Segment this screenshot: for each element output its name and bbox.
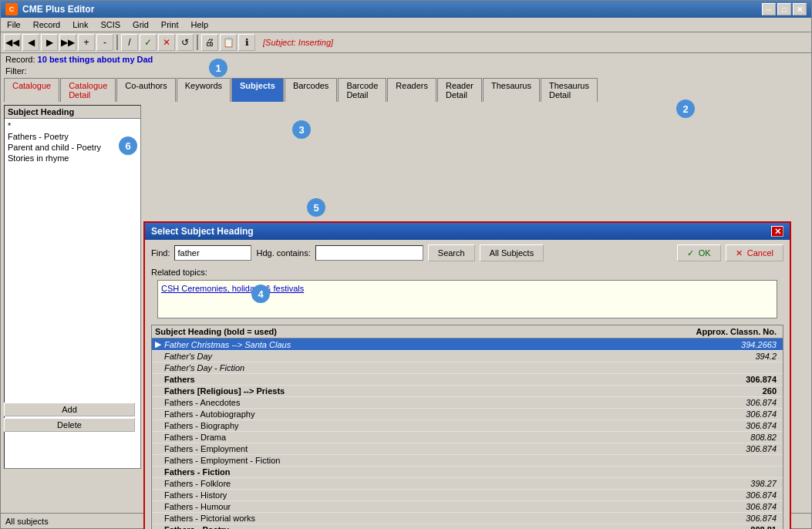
tab-keywords[interactable]: Keywords [177,78,231,102]
table-row[interactable]: ▶Father Christmas --> Santa Claus394.266… [152,339,783,351]
table-row[interactable]: Fathers - Biography306.874 [152,420,783,432]
row-indicator: ▶ [155,339,164,349]
menu-print[interactable]: Print [158,19,182,30]
maximize-button[interactable]: □ [777,3,791,15]
refresh-button[interactable]: ↺ [177,34,194,51]
subject-add-button[interactable]: Add [4,403,135,416]
menu-record[interactable]: Record [30,19,63,30]
table-row[interactable]: Fathers - Autobiography306.874 [152,409,783,420]
tab-reader-detail[interactable]: ReaderDetail [437,78,482,102]
row-subject: Father's Day - Fiction [164,363,687,372]
last-record-button[interactable]: ▶▶ [59,34,76,51]
row-subject: Fathers - Anecdotes [164,398,687,407]
search-button[interactable]: Search [428,244,475,261]
tab-readers[interactable]: Readers [387,78,436,102]
table-row[interactable]: Fathers - Poetry808.81 [152,524,783,529]
row-subject: Fathers - Employment - Fiction [164,456,687,465]
balloon-5: 5 [307,198,325,217]
tab-coauthors[interactable]: Co-authors [116,78,175,102]
row-classn: 306.874 [687,490,780,500]
table-row[interactable]: Fathers - Employment306.874 [152,443,783,455]
table-body: ▶Father Christmas --> Santa Claus394.266… [152,339,783,529]
subject-table: Subject Heading (bold = used) Approx. Cl… [151,325,783,529]
window-title: CME Plus Editor [22,4,94,15]
minimize-button[interactable]: ─ [762,3,776,15]
table-row[interactable]: Fathers - Drama808.82 [152,432,783,443]
cancel-button[interactable]: ✕ Cancel [726,244,783,261]
menu-link[interactable]: Link [69,19,91,30]
row-subject: Fathers - Employment [164,444,687,453]
table-row[interactable]: Father's Day - Fiction [152,362,783,374]
prev-record-button[interactable]: ◀ [22,34,39,51]
asterisk-marker: * [8,121,11,130]
edit-button[interactable]: / [121,34,138,51]
table-row[interactable]: Father's Day394.2 [152,351,783,362]
list-item-stories[interactable]: Stories in rhyme [6,153,139,163]
list-item-asterisk[interactable]: * [6,120,139,131]
close-button[interactable]: ✕ [793,3,807,15]
row-classn: 306.874 [687,409,780,419]
menu-file[interactable]: File [4,19,24,30]
list-item-fathers-poetry[interactable]: Fathers - Poetry [6,131,139,142]
first-record-button[interactable]: ◀◀ [4,34,21,51]
row-subject: Fathers - Autobiography [164,409,687,419]
row-subject: Father's Day [164,352,687,361]
row-subject: Father Christmas --> Santa Claus [164,340,687,349]
table-row[interactable]: Fathers - Fiction [152,467,783,478]
next-record-button[interactable]: ▶ [41,34,58,51]
tab-barcodes[interactable]: Barcodes [285,78,337,102]
balloon-3: 3 [292,120,311,139]
related-topic-link[interactable]: CSH Ceremonies, holidays & festivals [161,284,304,293]
tab-catalogue-detail[interactable]: CatalogueDetail [60,78,116,102]
cancel-button[interactable]: ✕ [158,34,175,51]
row-classn: 260 [687,386,780,396]
find-input[interactable] [174,245,251,261]
row-subject: Fathers - Pictorial works [164,514,687,523]
dialog-close-button[interactable]: ✕ [771,226,783,237]
delete-button[interactable]: - [96,34,113,51]
menu-grid[interactable]: Grid [130,19,152,30]
subject-delete-button[interactable]: Delete [4,418,135,432]
table-row[interactable]: Fathers - History306.874 [152,490,783,501]
tabs-bar: Catalogue CatalogueDetail Co-authors Key… [1,76,811,102]
hdg-contains-input[interactable] [315,245,423,261]
balloon-4: 4 [251,285,270,303]
list-item-label: Parent and child - Poetry [8,143,101,152]
ok-button[interactable]: ✓ OK [677,244,721,261]
add-button[interactable]: + [78,34,95,51]
confirm-button[interactable]: ✓ [140,34,157,51]
tab-thesaurus-detail[interactable]: ThesaurusDetail [541,78,598,102]
row-subject: Fathers - Humour [164,502,687,511]
balloon-1: 1 [209,59,227,77]
balloon-2: 2 [676,99,695,118]
toolbar-separator2 [197,35,198,50]
toolbar-separator [116,35,118,50]
subject-heading-col: Subject Heading (bold = used) [155,327,687,336]
all-subjects-button[interactable]: All Subjects [480,244,544,261]
row-classn: 306.874 [687,514,780,523]
related-topics-label: Related topics: [151,268,783,277]
row-classn: 306.874 [687,398,780,407]
export-button[interactable]: 📋 [220,34,237,51]
table-row[interactable]: Fathers - Pictorial works306.874 [152,513,783,524]
subject-list-panel: Subject Heading * Fathers - Poetry Paren… [4,105,141,469]
tab-catalogue[interactable]: Catalogue [4,78,59,102]
table-row[interactable]: Fathers - Humour306.874 [152,501,783,513]
row-subject: Fathers - Fiction [164,467,687,477]
table-row[interactable]: Fathers - Anecdotes306.874 [152,397,783,409]
table-row[interactable]: Fathers - Folklore398.27 [152,478,783,490]
table-row[interactable]: Fathers [Religious] --> Priests260 [152,386,783,397]
menu-help[interactable]: Help [187,19,211,30]
related-topics-area: CSH Ceremonies, holidays & festivals [157,280,777,318]
record-bar: Record: 10 best things about my Dad [1,53,811,66]
menu-scis[interactable]: SCIS [97,19,123,30]
info-button[interactable]: ℹ [238,34,255,51]
table-row[interactable]: Fathers - Employment - Fiction [152,455,783,467]
tab-subjects[interactable]: Subjects [231,78,284,102]
tab-barcode-detail[interactable]: BarcodeDetail [338,78,386,102]
tab-thesaurus[interactable]: Thesaurus [483,78,540,102]
print-button[interactable]: 🖨 [201,34,218,51]
table-row[interactable]: Fathers306.874 [152,374,783,386]
record-label: Record: [5,55,35,64]
row-classn: 394.2 [687,352,780,361]
